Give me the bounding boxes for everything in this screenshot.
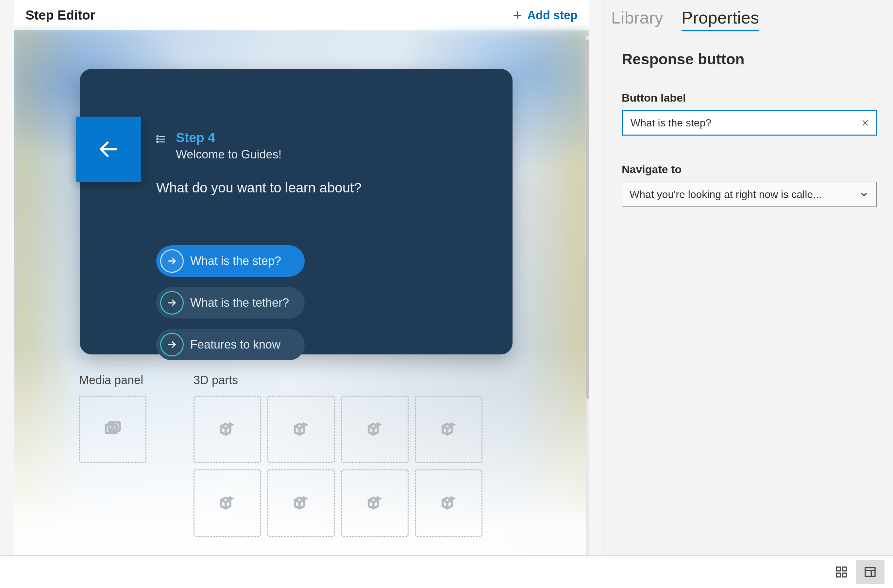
plus-icon: [511, 9, 523, 21]
media-panel-title: Media panel: [79, 374, 146, 387]
response-label: What is the tether?: [190, 296, 289, 310]
part-slot[interactable]: [341, 470, 409, 537]
clear-input-button[interactable]: [859, 117, 872, 129]
panel-icon: [864, 566, 876, 579]
cube-icon: [218, 420, 236, 438]
scrollbar[interactable]: [586, 36, 589, 555]
step-card[interactable]: Step 4 Welcome to Guides! What do you wa…: [80, 69, 513, 354]
svg-point-3: [157, 136, 158, 137]
svg-rect-19: [836, 573, 840, 577]
cube-icon: [366, 420, 384, 438]
arrow-right-icon: [166, 339, 177, 350]
cube-icon: [440, 494, 458, 512]
cube-icon: [218, 494, 236, 512]
step-subtitle: Welcome to Guides!: [176, 148, 281, 161]
chevron-down-icon: [859, 189, 869, 199]
navigate-to-field-label: Navigate to: [622, 163, 876, 176]
close-icon: [861, 118, 869, 127]
svg-point-5: [157, 138, 158, 140]
preview-canvas[interactable]: Step 4 Welcome to Guides! What do you wa…: [14, 30, 589, 555]
image-icon: [104, 420, 122, 438]
button-label-input[interactable]: [622, 110, 876, 136]
response-option-2[interactable]: What is the tether?: [156, 287, 305, 318]
dropdown-value: What you're looking at right now is call…: [630, 189, 822, 201]
view-grid-button[interactable]: [827, 560, 856, 584]
add-step-button[interactable]: Add step: [511, 9, 577, 22]
response-option-1[interactable]: What is the step?: [156, 245, 305, 277]
step-title: Step 4: [176, 130, 281, 145]
arrow-left-icon: [97, 138, 120, 161]
svg-rect-20: [842, 573, 846, 577]
cube-icon: [292, 494, 310, 512]
part-slot[interactable]: [194, 396, 261, 463]
tab-properties[interactable]: Properties: [681, 8, 759, 32]
part-slot[interactable]: [341, 396, 409, 463]
add-step-label: Add step: [527, 9, 577, 22]
part-slot[interactable]: [415, 396, 483, 463]
media-slot[interactable]: [79, 396, 146, 463]
svg-rect-18: [842, 567, 846, 571]
cube-icon: [440, 420, 458, 438]
tab-library[interactable]: Library: [611, 8, 663, 30]
arrow-right-icon: [166, 297, 177, 308]
part-slot[interactable]: [268, 396, 335, 463]
grid-icon: [835, 566, 848, 579]
response-label: What is the step?: [190, 254, 281, 268]
view-detail-button[interactable]: [856, 560, 884, 584]
button-label-field-label: Button label: [622, 92, 876, 104]
svg-rect-17: [836, 567, 840, 571]
arrow-right-icon: [166, 255, 177, 267]
outline-icon: [156, 134, 167, 146]
page-title: Step Editor: [26, 8, 95, 22]
navigate-to-dropdown[interactable]: What you're looking at right now is call…: [622, 182, 876, 207]
parts-panel-title: 3D parts: [194, 374, 483, 387]
scrollbar-thumb[interactable]: [586, 39, 589, 399]
response-label: Features to know: [190, 338, 280, 351]
bottom-toolbar: [0, 555, 893, 588]
part-slot[interactable]: [268, 470, 335, 537]
svg-point-14: [112, 424, 114, 427]
back-button[interactable]: [76, 117, 141, 182]
part-slot[interactable]: [415, 470, 483, 537]
svg-rect-21: [865, 568, 875, 577]
cube-icon: [366, 494, 384, 512]
properties-heading: Response button: [622, 50, 878, 68]
response-option-3[interactable]: Features to know: [156, 329, 305, 360]
svg-point-7: [157, 141, 158, 143]
step-question: What do you want to learn about?: [156, 180, 361, 196]
properties-pane: Library Properties Response button Butto…: [603, 0, 893, 555]
cube-icon: [292, 420, 310, 438]
part-slot[interactable]: [194, 470, 261, 537]
